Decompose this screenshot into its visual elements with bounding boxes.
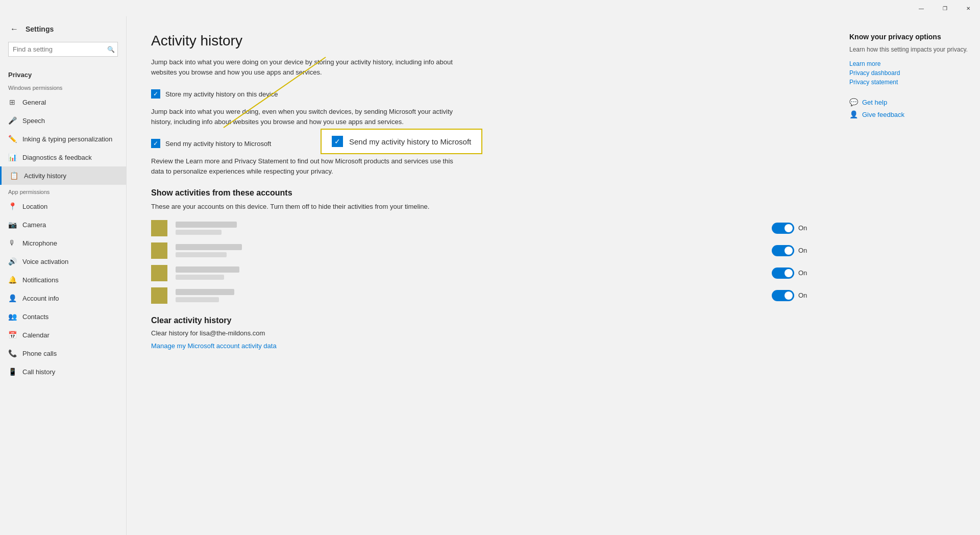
speech-icon: 🎤 xyxy=(8,116,16,125)
diagnostics-icon: 📊 xyxy=(8,153,16,161)
microphone-label: Microphone xyxy=(22,239,57,247)
toggle-area-4: On xyxy=(772,290,813,301)
location-icon: 📍 xyxy=(8,202,16,210)
right-panel-title: Know your privacy options xyxy=(849,33,968,41)
account-row-3: On xyxy=(151,265,813,281)
account-info-icon: 👤 xyxy=(8,294,16,302)
sidebar-item-speech[interactable]: 🎤 Speech xyxy=(0,111,126,130)
account-avatar-4 xyxy=(151,287,167,304)
right-help: 💬 Get help👤 Give feedback xyxy=(849,98,968,118)
account-name-bar-1 xyxy=(176,222,237,228)
section2-desc: Review the Learn more and Privacy Statem… xyxy=(151,156,457,176)
general-label: General xyxy=(22,99,46,106)
help-icon-0: 💬 xyxy=(849,98,858,106)
checkbox2[interactable]: ✓ xyxy=(151,139,160,148)
manage-link[interactable]: Manage my Microsoft account activity dat… xyxy=(151,342,277,350)
notifications-label: Notifications xyxy=(22,276,59,284)
sidebar: ← Settings 🔍 Privacy Windows permissions… xyxy=(0,16,127,535)
sidebar-item-calendar[interactable]: 📅 Calendar xyxy=(0,326,126,344)
sidebar-item-camera[interactable]: 📷 Camera xyxy=(0,215,126,234)
minimize-button[interactable]: — xyxy=(910,0,933,16)
account-name-bar-4 xyxy=(176,289,234,295)
checkbox2-row: ✓ Send my activity history to Microsoft xyxy=(151,139,813,148)
sidebar-item-location[interactable]: 📍 Location xyxy=(0,197,126,215)
app-container: ← Settings 🔍 Privacy Windows permissions… xyxy=(0,16,980,535)
privacy-label: Privacy xyxy=(0,65,126,81)
toggle-2[interactable] xyxy=(772,245,794,256)
back-button[interactable]: ← xyxy=(8,22,20,36)
page-title: Activity history xyxy=(151,33,813,49)
help-icon-1: 👤 xyxy=(849,110,858,118)
restore-button[interactable]: ❐ xyxy=(933,0,957,16)
right-panel: Know your privacy options Learn how this… xyxy=(837,16,980,535)
app-permissions-label: App permissions xyxy=(0,185,126,197)
toggle-3[interactable] xyxy=(772,268,794,279)
general-icon: ⊞ xyxy=(8,98,16,106)
account-rows: On On On xyxy=(151,220,813,304)
sidebar-item-voice[interactable]: 🔊 Voice activation xyxy=(0,252,126,271)
right-link-2[interactable]: Privacy statement xyxy=(849,79,968,86)
search-box: 🔍 xyxy=(8,42,118,57)
call-history-icon: 📱 xyxy=(8,368,16,376)
checkbox1-row: ✓ Store my activity history on this devi… xyxy=(151,89,813,99)
toggle-knob-3 xyxy=(785,269,793,277)
notifications-icon: 🔔 xyxy=(8,276,16,284)
account-email-bar-4 xyxy=(176,297,219,302)
toggle-knob-4 xyxy=(785,291,793,300)
microphone-icon: 🎙 xyxy=(8,239,16,247)
search-icon[interactable]: 🔍 xyxy=(107,46,115,53)
sidebar-item-notifications[interactable]: 🔔 Notifications xyxy=(0,271,126,289)
diagnostics-label: Diagnostics & feedback xyxy=(22,154,92,161)
sidebar-item-call-history[interactable]: 📱 Call history xyxy=(0,362,126,381)
close-button[interactable]: ✕ xyxy=(957,0,980,16)
sidebar-item-diagnostics[interactable]: 📊 Diagnostics & feedback xyxy=(0,148,126,166)
help-row-0[interactable]: 💬 Get help xyxy=(849,98,968,106)
activity-label: Activity history xyxy=(24,172,66,180)
account-name-1 xyxy=(176,222,764,235)
contacts-label: Contacts xyxy=(22,313,48,321)
checkbox1[interactable]: ✓ xyxy=(151,89,160,99)
show-activities-desc: These are your accounts on this device. … xyxy=(151,202,437,212)
show-activities-heading: Show activities from these accounts xyxy=(151,188,813,198)
sidebar-item-microphone[interactable]: 🎙 Microphone xyxy=(0,234,126,252)
checkbox2-label: Send my activity history to Microsoft xyxy=(165,140,271,148)
toggle-area-2: On xyxy=(772,245,813,256)
windows-nav: ⊞ General🎤 Speech✏️ Inking & typing pers… xyxy=(0,93,126,185)
help-row-1[interactable]: 👤 Give feedback xyxy=(849,110,968,118)
toggle-label-4: On xyxy=(798,291,807,299)
voice-icon: 🔊 xyxy=(8,257,16,265)
main-content: Activity history Jump back into what you… xyxy=(127,16,837,535)
sidebar-item-activity[interactable]: 📋 Activity history xyxy=(0,166,126,185)
toggle-area-1: On xyxy=(772,223,813,234)
right-link-1[interactable]: Privacy dashboard xyxy=(849,69,968,77)
toggle-4[interactable] xyxy=(772,290,794,301)
search-input[interactable] xyxy=(8,42,118,57)
right-panel-desc: Learn how this setting impacts your priv… xyxy=(849,45,968,54)
account-row-1: On xyxy=(151,220,813,236)
sidebar-item-phone-calls[interactable]: 📞 Phone calls xyxy=(0,344,126,362)
sidebar-item-account-info[interactable]: 👤 Account info xyxy=(0,289,126,307)
right-link-0[interactable]: Learn more xyxy=(849,60,968,67)
checkmark1-icon: ✓ xyxy=(153,90,158,98)
sidebar-item-general[interactable]: ⊞ General xyxy=(0,93,126,111)
window-controls: — ❐ ✕ xyxy=(910,0,980,16)
camera-icon: 📷 xyxy=(8,221,16,229)
account-name-bar-3 xyxy=(176,266,239,273)
phone-calls-label: Phone calls xyxy=(22,350,57,357)
page-description: Jump back into what you were doing on yo… xyxy=(151,57,457,77)
sidebar-item-contacts[interactable]: 👥 Contacts xyxy=(0,307,126,326)
inking-icon: ✏️ xyxy=(8,135,16,143)
account-avatar-3 xyxy=(151,265,167,281)
phone-calls-icon: 📞 xyxy=(8,349,16,357)
sidebar-item-inking[interactable]: ✏️ Inking & typing personalization xyxy=(0,130,126,148)
voice-label: Voice activation xyxy=(22,258,68,265)
account-name-4 xyxy=(176,289,764,302)
activity-icon: 📋 xyxy=(10,172,18,180)
clear-email: Clear history for lisa@the-mildons.com xyxy=(151,329,813,337)
titlebar: — ❐ ✕ xyxy=(0,0,980,16)
toggle-knob-2 xyxy=(785,247,793,255)
app-title: Settings xyxy=(26,25,54,33)
help-text-1: Give feedback xyxy=(862,111,904,118)
toggle-1[interactable] xyxy=(772,223,794,234)
app-nav: 📍 Location📷 Camera🎙 Microphone🔊 Voice ac… xyxy=(0,197,126,381)
